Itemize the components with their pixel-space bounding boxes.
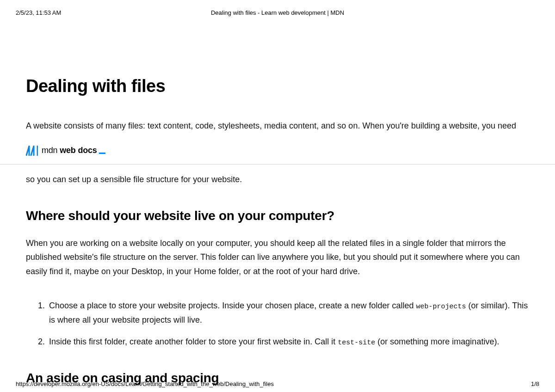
mdn-logo-text: mdn web docs	[42, 146, 105, 155]
heading-where: Where should your website live on your c…	[26, 208, 529, 223]
print-footer-url: https://developer.mozilla.org/en-US/docs…	[16, 380, 274, 387]
article-content: Dealing with files A website consists of…	[0, 76, 555, 392]
list-item: Inside this first folder, create another…	[47, 335, 529, 349]
intro-paragraph-continued: so you can set up a sensible file struct…	[26, 173, 529, 186]
print-doc-title: Dealing with files - Learn web developme…	[211, 9, 344, 16]
page-title: Dealing with files	[26, 76, 529, 96]
code-inline: web-projects	[416, 303, 466, 311]
list-item: Choose a place to store your website pro…	[47, 299, 529, 327]
print-header: 2/5/23, 11:53 AM Dealing with files - Le…	[0, 0, 555, 16]
underscore-icon	[99, 153, 105, 154]
print-timestamp: 2/5/23, 11:53 AM	[16, 9, 61, 16]
intro-paragraph-line: A website consists of many files: text c…	[26, 119, 529, 133]
mdn-logo-icon	[26, 146, 38, 156]
print-page-indicator: 1/8	[531, 380, 539, 387]
steps-list: Choose a place to store your website pro…	[26, 299, 529, 349]
where-paragraph: When you are working on a website locall…	[26, 236, 529, 279]
print-footer: https://developer.mozilla.org/en-US/docs…	[0, 380, 555, 387]
mdn-logo: mdn web docs	[26, 146, 105, 156]
code-inline: test-site	[338, 339, 375, 347]
mdn-logo-bar: mdn web docs	[0, 146, 555, 165]
